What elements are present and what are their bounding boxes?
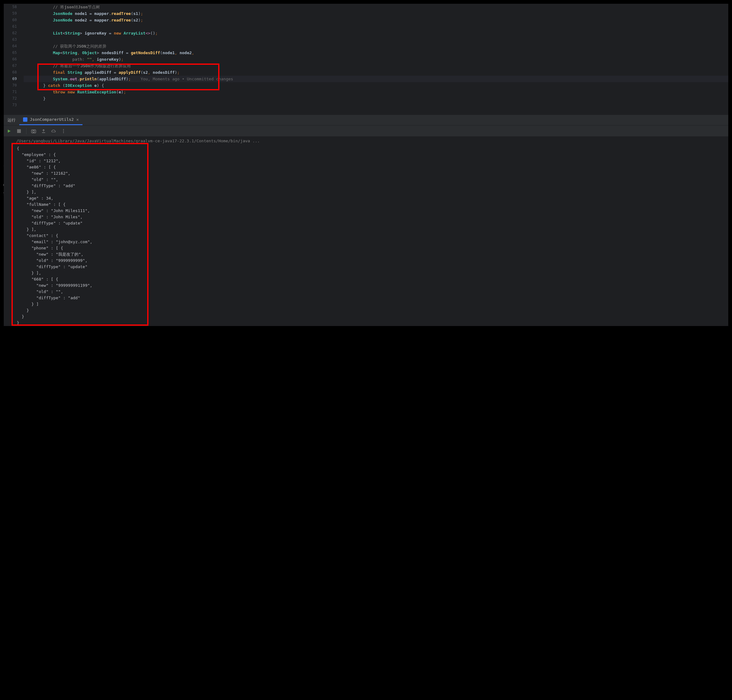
rerun-button[interactable] — [6, 128, 12, 134]
method: readTree — [111, 18, 131, 22]
paren: ) — [175, 70, 177, 75]
class: System — [53, 76, 67, 81]
comma: , — [92, 57, 97, 62]
line-number: 70 — [4, 82, 17, 89]
type: JsonNode — [53, 11, 72, 16]
code-line[interactable]: // 将最后一个JSOn作为模版进行差异应用 — [23, 63, 728, 69]
code-line[interactable] — [23, 37, 728, 43]
diamond: <> — [145, 31, 150, 35]
export-icon[interactable] — [41, 128, 46, 134]
var: ignoreKey — [85, 31, 106, 35]
code-line[interactable] — [23, 108, 728, 115]
arg: nodesDiff — [153, 70, 175, 75]
code-line[interactable] — [23, 24, 728, 30]
code-line[interactable]: throw new RuntimeException(e); — [23, 89, 728, 95]
arg: s2 — [133, 18, 138, 22]
code-line[interactable]: path: "", ignoreKey); — [23, 56, 728, 63]
line-number: 65 — [4, 50, 17, 56]
arg: s1 — [133, 11, 138, 16]
sc: ; — [123, 90, 126, 94]
method: getNodesDiff — [131, 50, 160, 55]
more-icon[interactable] — [61, 128, 66, 134]
sc: ; — [121, 57, 123, 62]
run-tab-active[interactable]: JsonComparerUtils2 × — [19, 115, 82, 125]
method: applyDiff — [119, 70, 140, 75]
code-content[interactable]: // 将json转Json节点树 JsonNode node1 = mapper… — [21, 4, 728, 115]
paren: ( — [160, 50, 163, 55]
paren: ) — [121, 90, 123, 94]
paren: ) — [119, 57, 121, 62]
bold-text: JSON — [76, 44, 86, 49]
code-line[interactable]: final String appliedDiff = applyDiff(s2,… — [23, 69, 728, 76]
paren: ( — [63, 83, 65, 88]
stop-button[interactable] — [16, 128, 22, 134]
code-line[interactable]: // 获取两个JSON之间的差异 — [23, 43, 728, 50]
camera-icon[interactable] — [31, 128, 37, 134]
gt: > — [80, 31, 82, 35]
line-number: 60 — [4, 17, 17, 24]
app-window: 58 59 60 61 62 63 64 65 66 67 68 69 70 7… — [0, 0, 732, 700]
code-line[interactable]: } — [23, 95, 728, 102]
code-line[interactable]: Map<String, Object> nodesDiff = getNodes… — [23, 50, 728, 56]
string: "" — [87, 57, 92, 62]
lt: < — [63, 31, 65, 35]
code-line[interactable]: // 将json转Json节点树 — [23, 4, 728, 10]
paren: ( — [97, 76, 99, 81]
separator — [26, 128, 26, 134]
line-number-gutter: 58 59 60 61 62 63 64 65 66 67 68 69 70 7… — [4, 4, 21, 115]
svg-point-3 — [63, 131, 64, 131]
console-command-path: /Users/yangbuyi/Library/Java/JavaVirtual… — [12, 137, 728, 146]
gen: String — [65, 31, 80, 35]
console-text[interactable]: { "employee" : { "id" : "1212", "ae86" :… — [12, 146, 728, 326]
cloud-icon[interactable] — [51, 128, 56, 134]
line-number: 61 — [4, 24, 17, 30]
line-number: 73 — [4, 102, 17, 108]
sc: ; — [177, 70, 180, 75]
dot: . — [109, 18, 111, 22]
comma: , — [77, 50, 82, 55]
obj: mapper — [94, 11, 109, 16]
bold-text: JSOn — [80, 63, 90, 68]
code-editor[interactable]: 58 59 60 61 62 63 64 65 66 67 68 69 70 7… — [4, 4, 728, 115]
bold-text: Json — [78, 5, 88, 9]
line-number: 66 — [4, 56, 17, 63]
sc: ; — [141, 18, 143, 22]
field: out — [70, 76, 77, 81]
type: JsonNode — [53, 18, 72, 22]
final: final — [53, 70, 65, 75]
code-line[interactable]: JsonNode node2 = mapper.readTree(s2); — [23, 17, 728, 24]
sc: ; — [155, 31, 158, 35]
code-line[interactable]: } catch (IOException e) { — [23, 82, 728, 89]
type: List — [53, 31, 63, 35]
arg: node1 — [163, 50, 175, 55]
code-line[interactable]: JsonNode node1 = mapper.readTree(s1); — [23, 10, 728, 17]
run-config-icon — [23, 118, 27, 122]
paren: ) — [97, 83, 99, 88]
arg: node2 — [180, 50, 192, 55]
console-output-panel[interactable]: /Users/yangbuyi/Library/Java/JavaVirtual… — [4, 137, 728, 326]
run-panel-tabs[interactable]: 运行 JsonComparerUtils2 × — [4, 115, 728, 125]
arg: s2 — [143, 70, 148, 75]
arg: e — [119, 90, 121, 94]
code-line[interactable]: System.out.println(appliedDiff); You, Mo… — [23, 76, 728, 82]
paren: ) — [138, 18, 141, 22]
arg: ignoreKey — [97, 57, 119, 62]
git-blame-annotation: You, Moments ago • Uncommitted changes — [131, 76, 233, 81]
code-line[interactable]: List<String> ignoreKey = new ArrayList<>… — [23, 30, 728, 37]
method: readTree — [111, 11, 131, 16]
method: println — [80, 76, 97, 81]
line-number: 63 — [4, 37, 17, 43]
arg: appliedDiff — [99, 76, 126, 81]
svg-point-1 — [33, 131, 35, 132]
run-toolbar — [4, 125, 728, 137]
new: new — [65, 90, 77, 94]
brace: { — [99, 83, 104, 88]
op: = — [87, 18, 94, 22]
close-icon[interactable]: × — [76, 116, 79, 123]
obj: mapper — [94, 18, 109, 22]
var: node2 — [75, 18, 87, 22]
code-line[interactable] — [23, 102, 728, 108]
paren: ( — [150, 31, 153, 35]
type: Map — [53, 50, 60, 55]
label: path: — [72, 57, 87, 62]
